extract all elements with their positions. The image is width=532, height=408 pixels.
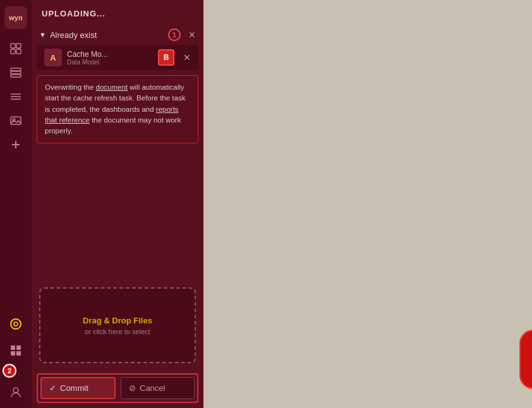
sidebar-icon-list[interactable] bbox=[6, 87, 25, 106]
svg-rect-3 bbox=[16, 49, 21, 54]
svg-rect-19 bbox=[16, 351, 21, 356]
already-exist-close-icon[interactable]: ✕ bbox=[188, 30, 196, 40]
file-info: Cache Mo... Data Model bbox=[67, 50, 153, 66]
sidebar-icon-tiles[interactable] bbox=[6, 341, 25, 360]
svg-point-15 bbox=[14, 322, 18, 326]
cancel-button[interactable]: ⊘ Cancel bbox=[121, 377, 195, 399]
sidebar-icon-settings[interactable] bbox=[6, 315, 25, 333]
app-logo[interactable]: wyn bbox=[4, 6, 27, 29]
sidebar: wyn bbox=[0, 0, 32, 408]
cancel-circle-icon: ⊘ bbox=[129, 383, 136, 393]
upload-panel: UPLOADING... ▼ Already exist 1 ✕ A Cache… bbox=[32, 0, 203, 408]
upload-error-toast: ! Upload Error Show Details Dismiss bbox=[519, 330, 532, 389]
logo-text: wyn bbox=[9, 14, 22, 21]
svg-rect-1 bbox=[16, 44, 21, 48]
warning-box: Overwriting the document will automatica… bbox=[37, 75, 198, 143]
dropzone-main-text: Drag & Drop Files bbox=[83, 316, 152, 325]
sidebar-icon-user[interactable] bbox=[6, 383, 25, 402]
svg-rect-18 bbox=[11, 351, 15, 356]
already-exist-row: ▼ Already exist 1 ✕ bbox=[32, 25, 203, 45]
checkmark-icon: ✓ bbox=[49, 383, 56, 393]
svg-rect-2 bbox=[11, 49, 15, 54]
sidebar-icon-grid[interactable] bbox=[6, 39, 25, 58]
svg-point-20 bbox=[13, 388, 18, 393]
svg-rect-6 bbox=[11, 75, 21, 77]
svg-rect-5 bbox=[11, 71, 21, 74]
svg-rect-10 bbox=[11, 117, 21, 124]
file-item-close-icon[interactable]: ✕ bbox=[183, 52, 191, 63]
sidebar-icon-image[interactable] bbox=[6, 111, 25, 130]
dropzone-sub-text: or click here to select bbox=[85, 328, 150, 335]
chevron-icon: ▼ bbox=[39, 31, 46, 39]
dropzone[interactable]: Drag & Drop Files or click here to selec… bbox=[39, 287, 196, 363]
overwrite-button[interactable]: B bbox=[158, 49, 174, 66]
file-name: Cache Mo... bbox=[67, 50, 153, 59]
file-type-icon: A bbox=[44, 49, 62, 66]
main-area: ! Upload Error Show Details Dismiss bbox=[203, 0, 532, 408]
upload-header: UPLOADING... bbox=[32, 0, 203, 25]
already-exist-badge: 1 bbox=[168, 28, 181, 41]
svg-point-14 bbox=[11, 319, 21, 329]
svg-rect-16 bbox=[11, 345, 15, 350]
warning-text: Overwriting the document will automatica… bbox=[45, 82, 190, 136]
commit-button[interactable]: ✓ Commit bbox=[40, 377, 116, 399]
sidebar-badge-2: 2 bbox=[3, 364, 16, 378]
file-item: A Cache Mo... Data Model B ✕ bbox=[37, 45, 198, 70]
sidebar-icon-layers[interactable] bbox=[6, 63, 25, 82]
svg-rect-17 bbox=[16, 345, 21, 350]
svg-rect-0 bbox=[11, 44, 15, 48]
svg-rect-4 bbox=[11, 68, 21, 71]
file-type: Data Model bbox=[67, 59, 153, 66]
sidebar-icon-add[interactable] bbox=[6, 135, 25, 154]
